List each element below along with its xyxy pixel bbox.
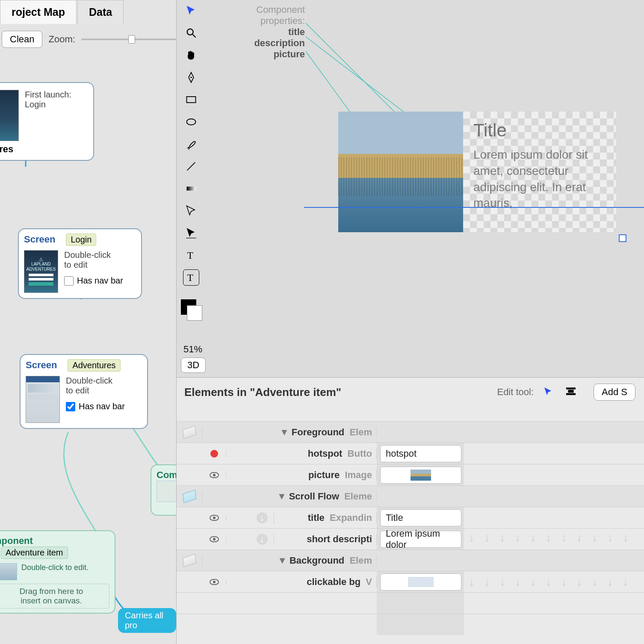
- section-label: Scroll Flow: [289, 491, 339, 502]
- color-swatches[interactable]: [181, 299, 202, 321]
- tab-project-map[interactable]: roject Map: [0, 0, 77, 24]
- node-login-name[interactable]: Login: [66, 233, 96, 246]
- thumbnail-icon: [0, 563, 17, 580]
- has-navbar-checkbox[interactable]: Has nav bar: [64, 276, 123, 286]
- flow-down-icon[interactable]: ↓: [257, 512, 268, 523]
- thumbnail-icon: △LAPLANDADVENTURES: [24, 250, 58, 293]
- map-toolbar: Clean Zoom:: [0, 31, 188, 48]
- zoom-percent-label: 51%: [183, 344, 202, 355]
- visibility-icon[interactable]: [210, 472, 219, 478]
- record-dot-icon[interactable]: [210, 450, 218, 458]
- component-properties-header: Component properties:: [215, 4, 305, 27]
- row-sub: Image: [345, 470, 372, 480]
- thumbnail-icon: [0, 90, 19, 141]
- preview-body: Lorem ipsum dolor sit amet, consectetur …: [473, 147, 606, 211]
- row-picture-value[interactable]: [380, 467, 461, 484]
- node-kind-label: Screen: [24, 234, 55, 245]
- row-title-value[interactable]: Title: [380, 509, 461, 526]
- svg-text:T: T: [187, 272, 193, 283]
- select-tool-icon[interactable]: [183, 3, 199, 19]
- svg-rect-3: [187, 97, 196, 103]
- carries-tag[interactable]: Carries all pro: [118, 608, 176, 633]
- selection-handle[interactable]: [619, 234, 626, 242]
- checkbox-icon[interactable]: [66, 402, 75, 411]
- clean-button[interactable]: Clean: [2, 31, 42, 48]
- path-select-tool-icon[interactable]: [183, 225, 199, 241]
- node-start[interactable]: First launch: Login ntures: [0, 82, 94, 161]
- ellipse-tool-icon[interactable]: [183, 114, 199, 130]
- node-adventure-item[interactable]: mponent Adventure item Double-click to e…: [0, 530, 115, 614]
- flow-down-icon[interactable]: ↓: [257, 534, 268, 545]
- drag-insert-target[interactable]: Drag from here to insert on canvas.: [0, 584, 109, 609]
- 3d-button[interactable]: 3D: [181, 357, 206, 373]
- tab-data[interactable]: Data: [77, 0, 124, 24]
- row-picture[interactable]: picture Image: [177, 464, 644, 485]
- node-adventures[interactable]: Screen Adventures Double-click to edit H…: [20, 354, 148, 429]
- bg-swatch-icon: [408, 577, 434, 587]
- brush-tool-icon[interactable]: [183, 136, 199, 152]
- row-clickable-bg[interactable]: clickable bg V: [177, 571, 644, 592]
- has-navbar-checkbox[interactable]: Has nav bar: [66, 402, 125, 411]
- node-kind-label: mponent: [0, 535, 33, 546]
- node-adventure-item-name[interactable]: Adventure item: [1, 547, 68, 559]
- node-adventures-name[interactable]: Adventures: [68, 359, 120, 372]
- row-clickbg-value[interactable]: [380, 573, 461, 591]
- section-label: Foreground: [292, 427, 344, 437]
- row-hotspot-value[interactable]: hotspot: [380, 445, 461, 462]
- svg-line-10: [306, 23, 408, 125]
- node-start-name: ntures: [0, 144, 88, 155]
- design-canvas[interactable]: T T 51% 3D Component properties: title d…: [176, 0, 644, 377]
- svg-rect-14: [566, 393, 576, 395]
- section-sub: Eleme: [344, 491, 372, 502]
- section-sub: Elem: [349, 555, 372, 566]
- disclosure-icon[interactable]: ▼: [280, 427, 289, 437]
- edit-tool-align-icon[interactable]: [564, 387, 578, 398]
- elements-timeline: State 1 ↓↓↓↓↓↓↓↓↓↓↓↓↓ ↓↓↓↓↓↓↓↓↓↓↓↓↓ ↓↓↓↓…: [177, 421, 644, 635]
- tool-palette: T T: [181, 3, 201, 286]
- svg-point-0: [187, 29, 193, 35]
- row-short-description[interactable]: ↓ short descripti Lorem ipsum dolor: [177, 528, 644, 549]
- background-color-swatch[interactable]: [187, 305, 202, 321]
- gradient-tool-icon[interactable]: [183, 180, 199, 197]
- row-sub: V: [366, 576, 372, 587]
- disclosure-icon[interactable]: ▼: [277, 491, 287, 502]
- row-label: title: [308, 512, 325, 523]
- checkbox-icon[interactable]: [64, 276, 74, 286]
- visibility-icon[interactable]: [210, 579, 219, 585]
- edit-tool-cursor-icon[interactable]: [542, 387, 556, 398]
- node-kind-label: Screen: [26, 360, 57, 370]
- selection-guide-line: [304, 207, 644, 208]
- thumbnail-icon: [26, 376, 60, 423]
- row-shortdesc-value[interactable]: Lorem ipsum dolor: [380, 531, 461, 548]
- layers-icon: [182, 490, 196, 503]
- add-state-button[interactable]: Add S: [594, 384, 635, 401]
- layers-icon: [182, 554, 196, 567]
- row-title[interactable]: ↓ title Expandin Title: [177, 507, 644, 528]
- text-box-tool-icon[interactable]: T: [183, 269, 199, 286]
- line-tool-icon[interactable]: [183, 158, 199, 174]
- zoom-tool-icon[interactable]: [183, 25, 199, 41]
- section-foreground[interactable]: ▼Foreground Elem: [177, 421, 644, 443]
- zoom-slider-handle[interactable]: [128, 35, 135, 44]
- first-launch-value: Login: [25, 100, 71, 109]
- row-hotspot[interactable]: hotspot Butto hotspot: [177, 443, 644, 464]
- node-kind-label: Comp: [157, 470, 174, 481]
- section-background[interactable]: ▼Background Elem: [177, 549, 644, 571]
- edit-tool-label: Edit tool:: [497, 387, 534, 398]
- svg-point-2: [190, 77, 192, 78]
- visibility-icon[interactable]: [210, 515, 219, 521]
- disclosure-icon[interactable]: ▼: [278, 555, 287, 566]
- direct-select-tool-icon[interactable]: [183, 203, 199, 219]
- node-hint: Double-click: [64, 250, 123, 260]
- node-login[interactable]: Screen Login △LAPLANDADVENTURES Double-c…: [18, 228, 142, 299]
- text-tool-icon[interactable]: T: [183, 247, 199, 263]
- rect-tool-icon[interactable]: [183, 92, 199, 108]
- section-scroll-flow[interactable]: ▼Scroll Flow Eleme: [177, 485, 644, 507]
- node-hint: to edit: [66, 386, 125, 396]
- hand-tool-icon[interactable]: [183, 47, 199, 63]
- component-preview[interactable]: Title Lorem ipsum dolor sit amet, consec…: [338, 112, 616, 232]
- section-sub: Elem: [349, 427, 372, 437]
- zoom-slider[interactable]: [81, 38, 188, 40]
- visibility-icon[interactable]: [210, 536, 219, 542]
- pen-tool-icon[interactable]: [183, 69, 199, 86]
